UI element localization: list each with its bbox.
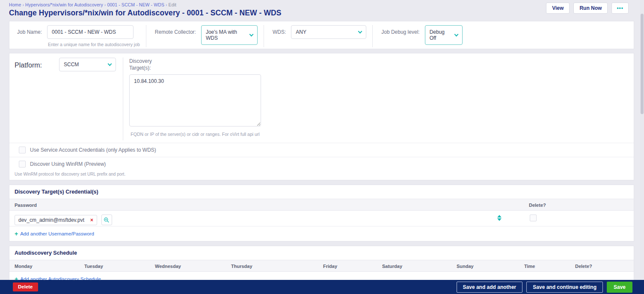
discovery-targets-textarea[interactable]: 10.84.100.30 xyxy=(129,74,261,126)
save-button[interactable]: Save xyxy=(607,282,632,293)
breadcrumb-home[interactable]: Home xyxy=(9,2,21,7)
remove-credential-icon[interactable]: × xyxy=(90,218,93,223)
footer-action-bar: Delete Save and add another Save and con… xyxy=(0,280,644,294)
breadcrumb-separator: › xyxy=(104,2,106,7)
breadcrumb-separator: › xyxy=(22,2,24,7)
chevron-down-icon xyxy=(358,29,362,34)
wds-label: WDS: xyxy=(270,25,291,35)
password-column-header: Password xyxy=(15,203,37,208)
credentials-section: Discovery Target(s) Credential(s) Passwo… xyxy=(9,185,634,241)
platform-group: Platform: SCCM xyxy=(15,58,123,140)
search-plus-icon xyxy=(104,217,110,223)
view-button[interactable]: View xyxy=(546,3,570,14)
column-monday: Monday xyxy=(15,264,33,269)
chevron-down-icon xyxy=(108,62,112,66)
delete-column-header: Delete? xyxy=(529,203,546,208)
job-debug-value: Debug Off xyxy=(430,29,451,41)
discovery-targets-group: Discovery Target(s): 10.84.100.30 FQDN o… xyxy=(123,58,261,140)
remote-collector-value: Joe's MA with WDS xyxy=(206,29,246,41)
divider xyxy=(372,25,373,47)
schedule-title: Autodiscovery Schedule xyxy=(9,246,634,260)
divider xyxy=(264,25,264,47)
breadcrumb-separator: › xyxy=(166,2,167,7)
wds-select[interactable]: ANY xyxy=(291,25,366,39)
delete-credential-checkbox[interactable] xyxy=(530,215,537,221)
password-chip-value: dev_cm_admin@msftdev.pvt xyxy=(18,217,84,223)
column-thursday: Thursday xyxy=(231,264,252,269)
breadcrumb-edit: Edit xyxy=(169,2,177,7)
service-account-label: Use Service Account Credentials (only Ap… xyxy=(30,147,156,153)
job-name-input[interactable] xyxy=(47,25,134,39)
job-name-section: Job Name: Enter a unique name for the au… xyxy=(9,21,634,49)
discovery-targets-help: FQDN or IP of the server(s) or cidr or r… xyxy=(129,132,261,137)
add-credential-row: + Add another Username/Password xyxy=(9,226,634,241)
schedule-header-row: Monday Tuesday Wednesday Thursday Friday… xyxy=(9,260,634,272)
column-time: Time xyxy=(524,264,535,269)
chevron-down-icon xyxy=(454,32,458,37)
column-delete: Delete? xyxy=(575,264,592,269)
credential-row: dev_cm_admin@msftdev.pvt × xyxy=(9,211,634,226)
job-debug-select[interactable]: Debug Off xyxy=(425,25,463,45)
delete-button[interactable]: Delete xyxy=(13,282,38,291)
page-title: Change Hypervisors/*nix/win for Autodisc… xyxy=(9,9,635,18)
top-actions: View Run Now ••• xyxy=(546,3,629,14)
plus-icon: + xyxy=(15,231,18,237)
service-account-row: Use Service Account Credentials (only Ap… xyxy=(9,143,634,157)
service-account-checkbox[interactable] xyxy=(19,147,26,153)
chevron-down-icon xyxy=(249,32,253,37)
job-debug-label: Job Debug level: xyxy=(379,25,424,35)
scrollbar-track[interactable] xyxy=(640,0,644,280)
platform-value: SCCM xyxy=(64,62,79,68)
lookup-credential-button[interactable] xyxy=(101,215,112,225)
remote-collector-label: Remote Collector: xyxy=(152,25,201,35)
run-now-button[interactable]: Run Now xyxy=(573,3,608,14)
scrollbar-thumb[interactable] xyxy=(641,14,644,114)
winrm-checkbox[interactable] xyxy=(19,161,26,168)
add-credential-label: Add another Username/Password xyxy=(20,231,94,236)
discovery-targets-label: Discovery Target(s): xyxy=(129,58,163,71)
credentials-title: Discovery Target(s) Credential(s) xyxy=(9,185,634,199)
winrm-row: Discover Using WinRM (Preview) xyxy=(9,157,634,171)
breadcrumb: Home›Hypervisors/*nix/win for Autodiscov… xyxy=(9,2,635,7)
job-name-group: Job Name: Enter a unique name for the au… xyxy=(15,25,140,47)
column-friday: Friday xyxy=(323,264,337,269)
save-and-continue-button[interactable]: Save and continue editing xyxy=(526,282,603,293)
column-sunday: Sunday xyxy=(457,264,474,269)
platform-section: Platform: SCCM Discovery Target(s): 10.8… xyxy=(9,53,634,180)
job-name-label: Job Name: xyxy=(15,25,47,35)
password-chip[interactable]: dev_cm_admin@msftdev.pvt × xyxy=(15,215,97,225)
add-credential-link[interactable]: + Add another Username/Password xyxy=(15,231,94,237)
platform-label: Platform: xyxy=(15,58,42,140)
job-name-help: Enter a unique name for the autodiscover… xyxy=(48,42,140,47)
reorder-handle-icon[interactable] xyxy=(497,215,502,221)
remote-collector-select[interactable]: Joe's MA with WDS xyxy=(201,25,258,45)
credentials-header-row: Password Delete? xyxy=(9,199,634,211)
column-saturday: Saturday xyxy=(382,264,402,269)
winrm-help: Use WinRM protocol for discovery set URL… xyxy=(9,171,634,180)
breadcrumb-autodiscovery[interactable]: Hypervisors/*nix/win for Autodiscovery xyxy=(25,2,103,7)
column-wednesday: Wednesday xyxy=(155,264,181,269)
column-tuesday: Tuesday xyxy=(84,264,103,269)
divider xyxy=(146,25,146,47)
winrm-label: Discover Using WinRM (Preview) xyxy=(30,161,106,167)
remote-collector-group: Remote Collector: Joe's MA with WDS xyxy=(152,25,258,47)
footer-save-actions: Save and add another Save and continue e… xyxy=(457,282,632,293)
save-and-add-another-button[interactable]: Save and add another xyxy=(457,282,523,293)
breadcrumb-job[interactable]: 0001 - SCCM - NEW - WDS xyxy=(107,2,164,7)
wds-value: ANY xyxy=(296,29,306,35)
job-debug-group: Job Debug level: Debug Off xyxy=(379,25,462,47)
page-header: Home›Hypervisors/*nix/win for Autodiscov… xyxy=(0,0,644,21)
more-actions-button[interactable]: ••• xyxy=(611,3,629,14)
wds-group: WDS: ANY xyxy=(270,25,366,47)
platform-select[interactable]: SCCM xyxy=(59,58,116,71)
